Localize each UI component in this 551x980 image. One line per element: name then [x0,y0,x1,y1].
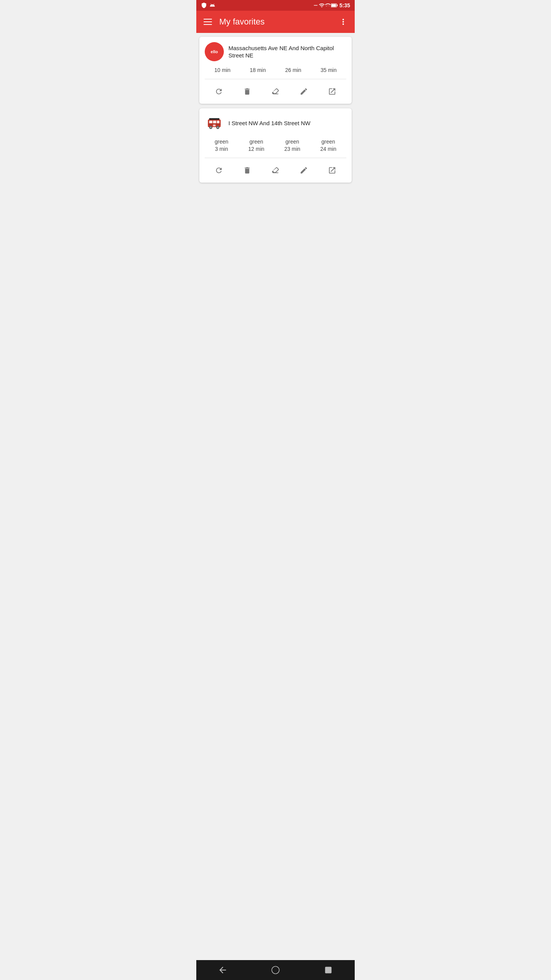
card-actions-2 [199,158,352,183]
svg-rect-6 [217,121,220,123]
status-icons [201,2,215,8]
more-vert-icon [339,17,348,26]
battery-icon [331,3,338,8]
stop-logo-text: ello [211,49,218,54]
more-options-button[interactable] [335,13,352,30]
hamburger-icon [204,19,212,25]
svg-rect-12 [208,124,220,124]
open-in-new-icon-2 [328,166,336,175]
menu-button[interactable] [199,13,216,30]
open-in-new-icon [328,87,336,96]
svg-rect-13 [209,118,220,119]
refresh-button-1[interactable] [210,83,227,100]
wifi-icon [319,2,325,8]
time-item-2-3: green 24 min [320,138,336,153]
app-bar: My favorites [196,11,355,33]
delete-icon [243,87,251,96]
edit-button-1[interactable] [295,83,312,100]
status-time: 5:35 [339,2,350,8]
open-external-button-1[interactable] [324,83,341,100]
signal-icon [325,2,331,8]
svg-rect-2 [331,4,336,7]
refresh-icon [215,87,223,96]
erase-button-1[interactable] [267,83,284,100]
favorite-card-1: ello Massachusetts Ave NE And North Capi… [199,37,352,104]
delete-button-2[interactable] [239,162,256,179]
svg-rect-4 [209,121,212,123]
page-title: My favorites [216,17,335,27]
edit-icon-2 [300,166,308,175]
refresh-icon-2 [215,166,223,175]
time-item-1-0: 10 min [214,67,230,74]
edit-button-2[interactable] [295,162,312,179]
address-1: Massachusetts Ave NE And North Capitol S… [228,44,346,59]
svg-rect-5 [213,121,216,123]
android-icon [209,2,215,8]
notification-icon [313,2,319,8]
eraser-icon [271,87,280,96]
eraser-icon-2 [271,166,280,175]
svg-point-11 [217,126,218,128]
time-item-2-1: green 12 min [248,138,264,153]
time-item-1-1: 18 min [250,67,266,74]
time-item-2-2: green 23 min [284,138,300,153]
card-actions-1 [199,79,352,104]
edit-icon [300,87,308,96]
refresh-button-2[interactable] [210,162,227,179]
times-row-1: 10 min 18 min 26 min 35 min [199,65,352,79]
time-item-2-0: green 3 min [215,138,228,153]
shield-icon [201,2,207,8]
time-item-1-3: 35 min [321,67,337,74]
svg-point-9 [210,126,212,128]
address-2: I Street NW And 14th Street NW [228,119,310,127]
bus-svg [207,116,222,131]
favorite-card-2: I Street NW And 14th Street NW green 3 m… [199,108,352,183]
svg-rect-1 [337,5,337,7]
favorites-list: ello Massachusetts Ave NE And North Capi… [196,33,355,186]
card-header-1: ello Massachusetts Ave NE And North Capi… [199,37,352,65]
erase-button-2[interactable] [267,162,284,179]
times-row-2: green 3 min green 12 min green 23 min gr… [199,137,352,158]
time-item-1-2: 26 min [285,67,301,74]
card-header-2: I Street NW And 14th Street NW [199,108,352,137]
bus-stop-icon [205,114,224,133]
delete-button-1[interactable] [239,83,256,100]
open-external-button-2[interactable] [324,162,341,179]
stop-logo-icon: ello [205,42,224,61]
delete-icon-2 [243,166,251,175]
status-bar: 5:35 [196,0,355,11]
